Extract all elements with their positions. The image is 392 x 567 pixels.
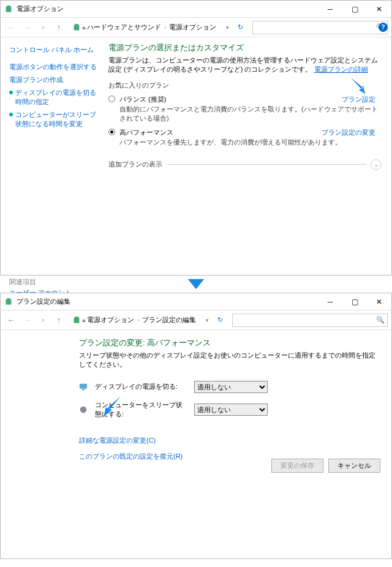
- restore-defaults-link[interactable]: このプランの既定の設定を復元(R): [79, 452, 183, 460]
- annotation-arrow-icon: [349, 75, 369, 97]
- plan-details-link[interactable]: 電源プランの詳細: [314, 66, 368, 73]
- plan-balanced[interactable]: バランス (推奨) プラン設定 自動的にパフォーマンスと電力消費のバランスを取り…: [108, 92, 382, 126]
- sidebar-link-current[interactable]: ディスプレイの電源を切る時間の指定: [9, 86, 100, 108]
- search-icon: 🔍: [374, 316, 387, 324]
- minimize-button[interactable]: ─: [318, 1, 342, 17]
- display-off-label: ディスプレイの電源を切る:: [95, 382, 187, 391]
- sleep-row: コンピューターをスリープ状態にする: 適用しない: [79, 397, 379, 422]
- radio-unchecked-icon[interactable]: [108, 96, 115, 102]
- battery-icon: [4, 5, 13, 13]
- sidebar-link[interactable]: 電源プランの作成: [9, 73, 100, 86]
- navbar: ← → ▾ ↑ « ハードウェアとサウンド › 電源オプション ▾ ↻ 🔍: [1, 18, 391, 37]
- breadcrumb-prefix: «: [82, 317, 86, 324]
- main-panel: 電源プランの選択またはカスタマイズ 電源プランは、コンピューターの電源の使用方法…: [105, 37, 391, 275]
- control-panel-home-link[interactable]: コントロール パネル ホーム: [9, 43, 100, 61]
- help-icon[interactable]: ?: [379, 23, 388, 32]
- battery-icon: [72, 316, 81, 325]
- forward-button[interactable]: →: [20, 21, 34, 34]
- change-plan-settings-link[interactable]: プラン設定の変更: [322, 128, 375, 137]
- plan-name: バランス (推奨): [119, 96, 166, 103]
- button-row: 変更の保存 キャンセル: [271, 459, 380, 473]
- related-heading: 関連項目: [9, 277, 100, 287]
- display-off-select[interactable]: 適用しない: [194, 381, 268, 393]
- svg-rect-1: [81, 389, 85, 390]
- favorite-plans-label: お気に入りのプラン: [108, 76, 382, 92]
- sidebar: コントロール パネル ホーム 電源ボタンの動作を選択する 電源プランの作成 ディ…: [1, 37, 105, 275]
- chevron-down-icon[interactable]: ⌄: [371, 159, 382, 170]
- forward-button[interactable]: →: [20, 314, 34, 327]
- breadcrumb[interactable]: « ハードウェアとサウンド › 電源オプション: [68, 21, 221, 34]
- page-heading: プラン設定の変更: 高パフォーマンス: [79, 337, 379, 351]
- location-dropdown[interactable]: ▾: [223, 24, 232, 31]
- breadcrumb-item[interactable]: プラン設定の編集: [142, 315, 196, 325]
- search-input[interactable]: 🔍: [252, 21, 388, 34]
- refresh-button[interactable]: ↻: [214, 316, 226, 324]
- titlebar: 電源オプション ─ ▢ ✕: [1, 1, 391, 18]
- close-button[interactable]: ✕: [367, 1, 391, 17]
- search-input[interactable]: 🔍: [232, 314, 388, 327]
- sidebar-link[interactable]: 電源ボタンの動作を選択する: [9, 61, 100, 73]
- plan-name: 高パフォーマンス: [119, 129, 173, 136]
- recent-button[interactable]: ▾: [36, 314, 50, 327]
- expander-label: 追加プランの表示: [108, 160, 167, 169]
- page-heading: 電源プランの選択またはカスタマイズ: [108, 42, 382, 56]
- chevron-right-icon: ›: [135, 317, 141, 323]
- search-field[interactable]: [233, 317, 374, 324]
- divider: [167, 164, 367, 165]
- titlebar: プラン設定の編集 ─ ▢ ✕: [1, 293, 391, 310]
- close-button[interactable]: ✕: [367, 294, 391, 310]
- back-button[interactable]: ←: [4, 21, 18, 34]
- save-button[interactable]: 変更の保存: [271, 459, 323, 473]
- search-field[interactable]: [253, 24, 374, 31]
- annotation-arrow-icon: [186, 278, 206, 290]
- window-title: 電源オプション: [17, 4, 318, 13]
- power-options-window: 電源オプション ─ ▢ ✕ ← → ▾ ↑ « ハードウェアとサウンド › 電源…: [0, 0, 392, 276]
- page-description: 電源プランは、コンピューターの電源の使用方法を管理するハードウェア設定とシステム…: [108, 56, 382, 76]
- sidebar-link[interactable]: コンピューターがスリープ状態になる時間を変更: [9, 108, 100, 130]
- sleep-select[interactable]: 適用しない: [194, 404, 268, 416]
- main-panel: プラン設定の変更: 高パフォーマンス スリープ状態やその他のディスプレイ設定をお…: [1, 330, 391, 558]
- back-button[interactable]: ←: [4, 314, 18, 327]
- breadcrumb-item[interactable]: 電源オプション: [169, 23, 216, 32]
- location-dropdown[interactable]: ▾: [203, 317, 211, 323]
- radio-checked-icon[interactable]: [108, 129, 115, 135]
- window-title: プラン設定の編集: [17, 297, 318, 306]
- breadcrumb-item[interactable]: ハードウェアとサウンド: [87, 23, 161, 32]
- edit-plan-window: プラン設定の編集 ─ ▢ ✕ ← → ▾ ↑ « 電源オプション › プラン設定…: [0, 293, 392, 559]
- bullet-icon: [9, 113, 13, 116]
- cancel-button[interactable]: キャンセル: [328, 459, 380, 473]
- breadcrumb-item[interactable]: 電源オプション: [87, 315, 134, 325]
- battery-icon: [4, 298, 13, 306]
- up-button[interactable]: ↑: [52, 21, 66, 34]
- recent-button[interactable]: ▾: [36, 21, 50, 34]
- advanced-settings-link[interactable]: 詳細な電源設定の変更(C): [79, 437, 156, 444]
- bullet-icon: [9, 91, 13, 94]
- refresh-button[interactable]: ↻: [234, 23, 246, 31]
- moon-icon: [79, 405, 88, 414]
- battery-icon: [72, 23, 81, 32]
- maximize-button[interactable]: ▢: [342, 1, 367, 17]
- minimize-button[interactable]: ─: [318, 294, 342, 310]
- plan-description: 自動的にパフォーマンスと電力消費のバランスを取ります。(ハードウェアでサポートさ…: [119, 104, 382, 123]
- maximize-button[interactable]: ▢: [342, 294, 367, 310]
- svg-rect-0: [80, 384, 87, 389]
- plan-high-performance[interactable]: 高パフォーマンス プラン設定の変更 パフォーマンスを優先しますが、電力の消費が増…: [108, 126, 382, 149]
- navbar: ← → ▾ ↑ « 電源オプション › プラン設定の編集 ▾ ↻ 🔍: [1, 310, 391, 330]
- plan-description: パフォーマンスを優先しますが、電力の消費が増える可能性があります。: [119, 137, 382, 147]
- chevron-right-icon: ›: [162, 24, 168, 31]
- breadcrumb-prefix: «: [82, 24, 86, 31]
- display-off-row: ディスプレイの電源を切る: 適用しない: [79, 377, 379, 397]
- monitor-icon: [79, 383, 88, 391]
- up-button[interactable]: ↑: [52, 314, 66, 327]
- annotation-arrow-icon: [99, 394, 123, 419]
- svg-point-2: [80, 407, 87, 413]
- page-description: スリープ状態やその他のディスプレイ設定をお使いのコンピューターに適用するまでの時…: [79, 351, 379, 371]
- breadcrumb[interactable]: « 電源オプション › プラン設定の編集: [68, 314, 200, 326]
- additional-plans-expander[interactable]: 追加プランの表示 ⌄: [108, 159, 382, 170]
